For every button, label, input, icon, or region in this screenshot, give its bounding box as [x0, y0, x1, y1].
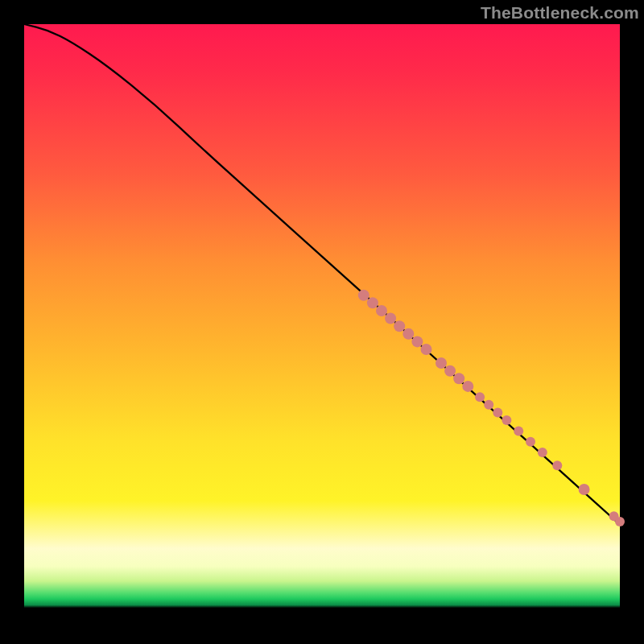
data-point-marker	[444, 365, 456, 377]
data-point-marker	[502, 415, 511, 425]
data-point-marker	[493, 407, 502, 417]
chart-frame: TheBottleneck.com	[0, 0, 644, 644]
data-point-marker	[462, 381, 473, 392]
data-point-marker	[358, 290, 369, 301]
data-point-marker	[514, 426, 523, 436]
data-point-marker	[376, 305, 387, 316]
data-point-marker	[436, 357, 447, 369]
marker-layer	[358, 290, 625, 526]
data-point-marker	[526, 437, 535, 447]
data-point-marker	[367, 297, 378, 308]
curve-layer	[24, 24, 620, 525]
data-point-marker	[453, 373, 464, 384]
data-point-marker	[385, 313, 396, 324]
data-point-marker	[538, 448, 547, 457]
bottleneck-curve	[24, 24, 620, 525]
chart-svg	[24, 24, 620, 620]
data-point-marker	[421, 344, 432, 355]
data-point-marker	[484, 400, 493, 410]
data-point-marker	[579, 484, 590, 495]
data-point-marker	[411, 336, 423, 347]
watermark-label: TheBottleneck.com	[481, 3, 639, 23]
data-point-marker	[475, 392, 485, 402]
data-point-marker	[615, 517, 625, 526]
data-point-marker	[394, 320, 405, 332]
data-point-marker	[402, 328, 414, 340]
data-point-marker	[552, 460, 562, 470]
